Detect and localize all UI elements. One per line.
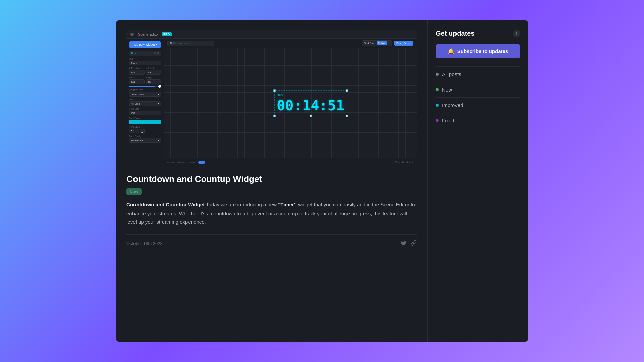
post-body: Countdown and Countup Widget Today we ar… <box>126 200 417 226</box>
right-sidebar: Get updates ℹ 🔔 Subscribe to updates All… <box>428 20 528 342</box>
editor-topbar: Scene Editor PRO <box>126 30 417 39</box>
font-style-field: Font Style B I U <box>129 126 161 133</box>
canvas-controls: Test Start Follow ▾ Save Scene <box>362 40 413 46</box>
height-input[interactable]: 267 <box>146 79 161 84</box>
bell-icon: 🔔 <box>448 48 454 54</box>
editor-canvas: 🔍 Overlay name... Test Start Follow ▾ Sa… <box>164 39 417 166</box>
filter-list: All posts New Improved Fixed <box>436 67 520 128</box>
counter-type-field: Counter Type Count Down ▾ <box>129 89 161 97</box>
x-input[interactable]: 445 <box>129 70 145 75</box>
y-input[interactable]: 348 <box>146 70 161 75</box>
post-body-highlight: "Timer" <box>278 202 297 207</box>
width-field: Width 483 <box>129 76 145 84</box>
fixed-dot <box>436 119 439 122</box>
handle-br <box>346 115 348 117</box>
chevron-down-icon: ▾ <box>158 93 159 96</box>
subscribe-button[interactable]: 🔔 Subscribe to updates <box>436 44 520 58</box>
handle-bm <box>310 115 312 117</box>
editor-pro-badge: PRO <box>162 32 172 36</box>
filter-fixed[interactable]: Fixed <box>436 113 520 128</box>
fixed-label: Fixed <box>442 118 454 123</box>
y-label: Y Position <box>146 67 161 69</box>
content-area: Scene Editor PRO Add new Widget + Timer … <box>116 20 428 342</box>
all-posts-dot <box>436 73 439 76</box>
link-copy-icon[interactable] <box>411 240 417 247</box>
opacity-slider-container <box>129 86 161 87</box>
opacity-slider[interactable] <box>129 86 161 87</box>
italic-button[interactable]: I <box>135 129 139 133</box>
canvas-search-placeholder: Overlay name... <box>173 42 192 45</box>
add-widget-button[interactable]: Add new Widget + <box>129 41 161 48</box>
font-size-field: Font Size 180 <box>129 108 161 115</box>
save-scene-button[interactable]: Save Scene <box>394 41 413 46</box>
font-size-dropdown[interactable]: 180 <box>129 111 161 115</box>
twitter-share-icon[interactable] <box>400 240 407 247</box>
x-label: X Position <box>129 67 145 69</box>
chevron-down-icon-3: ▾ <box>158 139 159 142</box>
title-input[interactable]: Timer <box>129 61 161 65</box>
post-content: Countdown and Countup Widget New Countdo… <box>126 174 417 247</box>
improved-dot <box>436 104 439 107</box>
sidebar-timer-section: Timer ⚙ ✕ <box>129 51 161 56</box>
editor-body: Add new Widget + Timer ⚙ ✕ Title Timer <box>126 39 417 166</box>
underline-button[interactable]: U <box>140 129 145 133</box>
handle-tl <box>273 90 275 92</box>
font-color-label: Font Color <box>129 117 161 119</box>
handle-tr <box>346 90 348 92</box>
canvas-search[interactable]: 🔍 Overlay name... <box>167 41 214 46</box>
counter-type-dropdown[interactable]: Count Down ▾ <box>129 92 161 97</box>
width-input[interactable]: 483 <box>129 79 145 84</box>
editor-sidebar: Add new Widget + Timer ⚙ ✕ Title Timer <box>126 39 164 166</box>
font-style-label: Font Style <box>129 126 161 128</box>
font-color-preview[interactable] <box>129 120 161 124</box>
canvas-bottombar: no alana in browser source Share feedbac… <box>164 158 417 166</box>
share-feedback-link[interactable]: Share feedback <box>394 161 413 164</box>
height-field: Height 267 <box>146 76 161 84</box>
post-body-bold: Countdown and Countup Widget <box>126 202 205 207</box>
test-start-control[interactable]: Test Start Follow ▾ <box>362 40 392 46</box>
post-body-intro: Today we are introducing a new <box>205 202 278 207</box>
counter-type-label: Counter Type <box>129 89 161 91</box>
loop-label: Loop <box>129 98 161 101</box>
new-label: New <box>442 87 452 93</box>
y-position-field: Y Position 348 <box>146 67 161 75</box>
new-dot <box>436 88 439 91</box>
scene-editor-preview: Scene Editor PRO Add new Widget + Timer … <box>126 30 417 166</box>
font-color-field: Font Color <box>129 117 161 124</box>
filter-new[interactable]: New <box>436 82 520 98</box>
bold-button[interactable]: B <box>129 129 134 133</box>
loop-dropdown[interactable]: No Loop ▾ <box>129 101 161 106</box>
font-style-options: B I U <box>129 129 161 133</box>
post-date: October 18th 2023 <box>126 241 163 246</box>
x-position-field: X Position 445 <box>129 67 145 75</box>
improved-label: Improved <box>442 102 463 108</box>
position-row: X Position 445 Y Position 348 <box>129 67 161 75</box>
slider-thumb <box>158 85 161 88</box>
loop-field: Loop No Loop ▾ <box>129 98 161 106</box>
chevron-down-icon-2: ▾ <box>158 102 159 105</box>
timer-display: 00:14:51 <box>277 97 344 114</box>
post-footer: October 18th 2023 <box>126 234 417 247</box>
canvas-toggle[interactable] <box>198 161 205 164</box>
timer-small-label: timer <box>277 93 344 97</box>
sidebar-section-icons: ⚙ ✕ <box>154 52 159 55</box>
size-row: Width 483 Height 267 <box>129 76 161 84</box>
width-label: Width <box>129 76 145 79</box>
subscribe-label: Subscribe to updates <box>457 48 508 54</box>
font-size-label: Font Size <box>129 108 161 110</box>
font-family-field: Font Family Nunito One ▾ <box>129 135 161 143</box>
canvas-topbar: 🔍 Overlay name... Test Start Follow ▾ Sa… <box>164 39 417 48</box>
main-container: Scene Editor PRO Add new Widget + Timer … <box>116 20 528 342</box>
font-family-dropdown[interactable]: Nunito One ▾ <box>129 138 161 143</box>
post-badge: New <box>126 188 142 195</box>
follow-dropdown: Follow <box>377 41 387 45</box>
timer-widget[interactable]: timer 00:14:51 <box>277 93 344 114</box>
search-icon: 🔍 <box>170 42 173 45</box>
expand-icon: ▾ <box>388 42 390 45</box>
title-label: Title <box>129 58 161 60</box>
sidebar-section-label: Timer <box>131 52 138 55</box>
filter-all-posts[interactable]: All posts <box>436 67 520 82</box>
info-icon[interactable]: ℹ <box>513 30 520 37</box>
filter-improved[interactable]: Improved <box>436 98 520 113</box>
height-label: Height <box>146 76 161 79</box>
